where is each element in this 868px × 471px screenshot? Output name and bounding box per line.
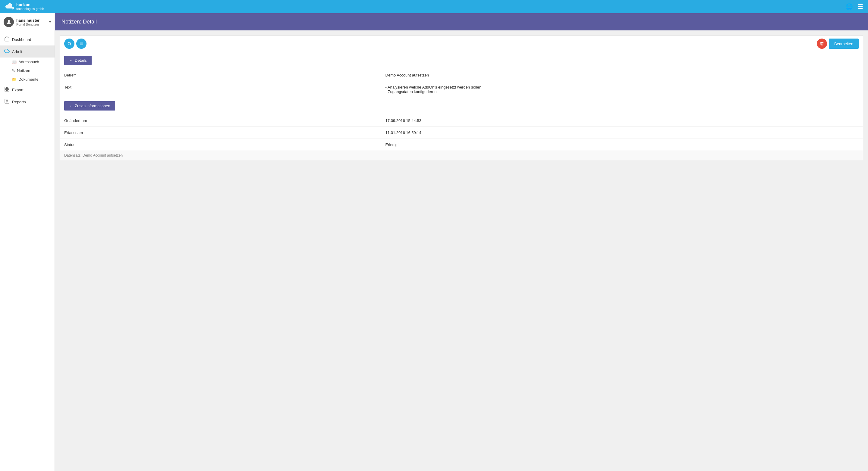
sidebar-item-dokumente[interactable]: ··· 📁 Dokumente — [0, 75, 55, 84]
field-label-status: Status — [60, 139, 381, 151]
sidebar-item-adressbuch[interactable]: ··· 📖 Adressbuch — [0, 58, 55, 66]
main-content: Notizen: Detail — [55, 13, 868, 471]
table-row: Text - Analysieren welche AddOn's einges… — [60, 81, 863, 98]
svg-point-0 — [8, 20, 10, 22]
sidebar-item-label-arbeit: Arbeit — [12, 49, 22, 54]
sidebar-item-label-reports: Reports — [12, 100, 26, 104]
dots-icon-3: ··· — [7, 78, 9, 81]
adressbuch-icon: 📖 — [12, 60, 17, 64]
sidebar-item-notizen[interactable]: ··· ✎ Notizen — [0, 66, 55, 75]
export-icon — [4, 87, 10, 93]
globe-icon[interactable]: 🌐 — [845, 3, 853, 10]
sidebar-item-export[interactable]: Export — [0, 84, 55, 96]
arbeit-icon — [4, 48, 10, 55]
toolbar-left — [64, 38, 87, 49]
field-label-geaendert: Geändert am — [60, 115, 381, 127]
sidebar-item-dashboard[interactable]: Dashboard — [0, 33, 55, 45]
cloud-logo-icon — [5, 3, 14, 10]
svg-rect-4 — [7, 90, 9, 91]
field-label-erfasst: Erfasst am — [60, 127, 381, 139]
field-value-geaendert: 17.09.2016 15:44:53 — [381, 115, 863, 127]
table-row: Betreff Demo Account aufsetzen — [60, 69, 863, 81]
zusatz-tab[interactable]: ← Zusatzinformationen — [64, 101, 115, 110]
svg-rect-1 — [5, 87, 6, 89]
table-row: Geändert am 17.09.2016 15:44:53 — [60, 115, 863, 127]
notizen-icon: ✎ — [12, 68, 15, 73]
dokumente-icon: 📁 — [12, 77, 17, 81]
svg-point-9 — [68, 42, 70, 45]
search-button[interactable] — [64, 38, 74, 49]
topnav: horizon technologies gmbh 🌐 ☰ — [0, 0, 868, 13]
table-row: Status Erledigt — [60, 139, 863, 151]
user-role: Portal Benutzer — [16, 23, 47, 26]
reports-icon — [4, 99, 10, 105]
avatar — [4, 17, 14, 27]
sidebar-item-arbeit[interactable]: Arbeit — [0, 45, 55, 58]
dots-icon: ··· — [7, 60, 9, 64]
menu-icon[interactable]: ☰ — [858, 3, 863, 10]
list-view-button[interactable] — [76, 38, 87, 49]
datensatz-label: Datensatz: Demo Account aufsetzen — [64, 153, 123, 158]
details-tab-label: Details — [75, 58, 87, 63]
svg-rect-3 — [5, 90, 6, 91]
app-name: horizon technologies gmbh — [16, 2, 44, 11]
table-row: Erfasst am 11.01.2016 16:59:14 — [60, 127, 863, 139]
field-value-text: - Analysieren welche AddOn's eingesetzt … — [381, 81, 863, 98]
content-area: Bearbeiten ← Details Betreff Demo Accoun… — [55, 30, 868, 471]
details-table: Betreff Demo Account aufsetzen Text - An… — [60, 69, 863, 98]
dots-icon-2: ··· — [7, 69, 9, 73]
detail-card: Bearbeiten ← Details Betreff Demo Accoun… — [60, 35, 863, 160]
details-tab[interactable]: ← Details — [64, 56, 92, 65]
zusatz-table: Geändert am 17.09.2016 15:44:53 Erfasst … — [60, 115, 863, 150]
svg-rect-2 — [7, 87, 9, 89]
topnav-actions: 🌐 ☰ — [845, 3, 863, 10]
delete-button[interactable] — [817, 38, 827, 49]
chevron-down-icon[interactable]: ▾ — [49, 20, 51, 24]
sidebar-item-label-notizen: Notizen — [17, 68, 30, 73]
user-info: hans.muster Portal Benutzer — [16, 18, 47, 26]
sidebar-nav: Dashboard Arbeit ··· 📖 Adressbuch ··· ✎ … — [0, 31, 55, 110]
field-value-erfasst: 11.01.2016 16:59:14 — [381, 127, 863, 139]
sidebar: hans.muster Portal Benutzer ▾ Dashboard … — [0, 13, 55, 471]
toolbar-right: Bearbeiten — [817, 38, 859, 49]
page-header: Notizen: Detail — [55, 13, 868, 30]
app-logo: horizon technologies gmbh — [5, 2, 44, 11]
zusatz-tab-arrow: ← — [69, 104, 73, 108]
svg-line-10 — [70, 44, 71, 45]
field-label-betreff: Betreff — [60, 69, 381, 81]
zusatz-tab-label: Zusatzinformationen — [75, 104, 110, 108]
details-tab-arrow: ← — [69, 58, 73, 63]
field-label-text: Text — [60, 81, 381, 98]
sidebar-item-label-export: Export — [12, 88, 24, 92]
footer-bar: Datensatz: Demo Account aufsetzen — [60, 150, 863, 160]
sidebar-user[interactable]: hans.muster Portal Benutzer ▾ — [0, 13, 55, 31]
username: hans.muster — [16, 18, 47, 23]
sidebar-item-label-adressbuch: Adressbuch — [19, 60, 39, 64]
sidebar-item-label-dokumente: Dokumente — [19, 77, 38, 81]
sidebar-item-label-dashboard: Dashboard — [12, 37, 31, 42]
page-title: Notizen: Detail — [61, 19, 97, 25]
field-value-status: Erledigt — [381, 139, 863, 151]
toolbar: Bearbeiten — [60, 36, 863, 52]
dashboard-icon — [4, 36, 10, 43]
sidebar-item-reports[interactable]: Reports — [0, 96, 55, 108]
edit-button[interactable]: Bearbeiten — [829, 38, 859, 49]
field-value-betreff: Demo Account aufsetzen — [381, 69, 863, 81]
